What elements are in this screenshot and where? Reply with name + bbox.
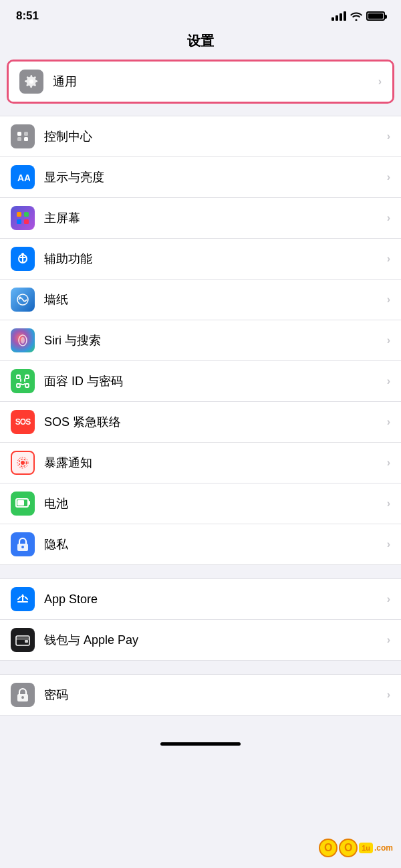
svg-point-24	[21, 461, 25, 465]
siri-label: Siri 与搜索	[44, 332, 387, 348]
watermark: O O 1u .com	[319, 839, 393, 857]
accessibility-label: 辅助功能	[44, 251, 387, 267]
settings-row-appstore[interactable]: App Store ›	[0, 579, 401, 620]
exposure-chevron: ›	[387, 457, 390, 469]
settings-row-faceid[interactable]: 面容 ID 与密码 ›	[0, 361, 401, 402]
status-bar: 8:51	[0, 0, 401, 28]
svg-point-40	[21, 696, 24, 699]
faceid-label: 面容 ID 与密码	[44, 373, 387, 389]
svg-rect-9	[24, 219, 29, 224]
appstore-label: App Store	[44, 592, 387, 607]
appstore-icon	[11, 587, 35, 611]
settings-row-homescreen[interactable]: 主屏幕 ›	[0, 198, 401, 239]
svg-rect-21	[25, 384, 29, 387]
svg-rect-38	[25, 640, 28, 643]
privacy-label: 隐私	[44, 536, 387, 552]
svg-rect-4	[24, 137, 28, 141]
settings-row-wallet[interactable]: 钱包与 Apple Pay ›	[0, 620, 401, 660]
svg-rect-28	[17, 500, 24, 506]
svg-point-15	[19, 297, 21, 299]
svg-rect-29	[29, 501, 30, 505]
svg-rect-2	[24, 132, 28, 136]
svg-rect-1	[17, 132, 21, 136]
svg-point-17	[21, 337, 25, 344]
privacy-icon	[11, 532, 35, 556]
settings-row-battery[interactable]: 电池 ›	[0, 483, 401, 524]
main-settings-section: 控制中心 › AA 显示与亮度 › 主屏幕 ›	[0, 116, 401, 565]
privacy-chevron: ›	[387, 538, 390, 550]
wallpaper-label: 墙纸	[44, 292, 387, 308]
svg-point-31	[21, 546, 24, 548]
passwords-chevron: ›	[387, 689, 390, 701]
wifi-icon	[350, 11, 362, 21]
appstore-section: App Store › 钱包与 Apple Pay ›	[0, 578, 401, 661]
general-label: 通用	[53, 74, 378, 90]
svg-line-35	[25, 597, 27, 599]
siri-chevron: ›	[387, 334, 390, 346]
wallet-chevron: ›	[387, 634, 390, 646]
status-icons	[331, 11, 385, 21]
wallet-icon	[11, 628, 35, 652]
home-indicator	[160, 742, 241, 746]
homescreen-label: 主屏幕	[44, 210, 387, 226]
accessibility-chevron: ›	[387, 253, 390, 265]
svg-rect-37	[16, 637, 29, 640]
wallpaper-icon	[11, 288, 35, 312]
exposure-label: 暴露通知	[44, 455, 387, 471]
control-center-icon	[11, 124, 35, 148]
settings-row-control-center[interactable]: 控制中心 ›	[0, 116, 401, 157]
svg-line-34	[18, 597, 20, 599]
wallpaper-chevron: ›	[387, 294, 390, 306]
svg-rect-8	[17, 219, 21, 224]
settings-row-sos[interactable]: SOS SOS 紧急联络 ›	[0, 402, 401, 443]
settings-row-exposure[interactable]: 暴露通知 ›	[0, 443, 401, 483]
settings-row-wallpaper[interactable]: 墙纸 ›	[0, 280, 401, 320]
passwords-section: 密码 ›	[0, 674, 401, 716]
settings-row-general[interactable]: 通用 ›	[9, 62, 392, 102]
svg-rect-19	[25, 375, 29, 378]
svg-rect-18	[17, 375, 20, 378]
highlighted-section: 通用 ›	[7, 60, 394, 104]
homescreen-chevron: ›	[387, 212, 390, 224]
passwords-label: 密码	[44, 687, 387, 703]
settings-row-display[interactable]: AA 显示与亮度 ›	[0, 157, 401, 198]
display-chevron: ›	[387, 171, 390, 183]
sos-chevron: ›	[387, 416, 390, 428]
exposure-icon	[11, 451, 35, 475]
battery-icon	[366, 11, 385, 21]
faceid-chevron: ›	[387, 375, 390, 387]
svg-rect-6	[17, 212, 21, 217]
appstore-chevron: ›	[387, 593, 390, 605]
sos-label: SOS 紧急联络	[44, 414, 387, 430]
svg-rect-3	[17, 137, 21, 141]
settings-row-accessibility[interactable]: 辅助功能 ›	[0, 239, 401, 280]
control-center-chevron: ›	[387, 130, 390, 142]
display-label: 显示与亮度	[44, 169, 387, 185]
home-indicator-area	[0, 729, 401, 752]
sos-icon: SOS	[11, 410, 35, 434]
accessibility-icon	[11, 247, 35, 271]
page-title: 设置	[0, 28, 401, 60]
settings-row-siri[interactable]: Siri 与搜索 ›	[0, 320, 401, 361]
general-chevron: ›	[378, 76, 382, 88]
siri-icon	[11, 328, 35, 352]
signal-icon	[331, 11, 346, 21]
settings-row-privacy[interactable]: 隐私 ›	[0, 524, 401, 564]
battery-chevron: ›	[387, 498, 390, 510]
passwords-icon	[11, 683, 35, 707]
svg-rect-7	[24, 212, 29, 217]
display-icon: AA	[11, 165, 35, 189]
wallet-label: 钱包与 Apple Pay	[44, 632, 387, 648]
battery-setting-icon	[11, 492, 35, 516]
settings-row-passwords[interactable]: 密码 ›	[0, 675, 401, 715]
status-time: 8:51	[16, 9, 39, 23]
battery-label: 电池	[44, 496, 387, 512]
faceid-icon	[11, 369, 35, 393]
svg-rect-20	[17, 384, 20, 387]
control-center-label: 控制中心	[44, 128, 387, 144]
homescreen-icon	[11, 206, 35, 230]
general-icon	[19, 70, 43, 94]
svg-text:AA: AA	[17, 173, 30, 183]
